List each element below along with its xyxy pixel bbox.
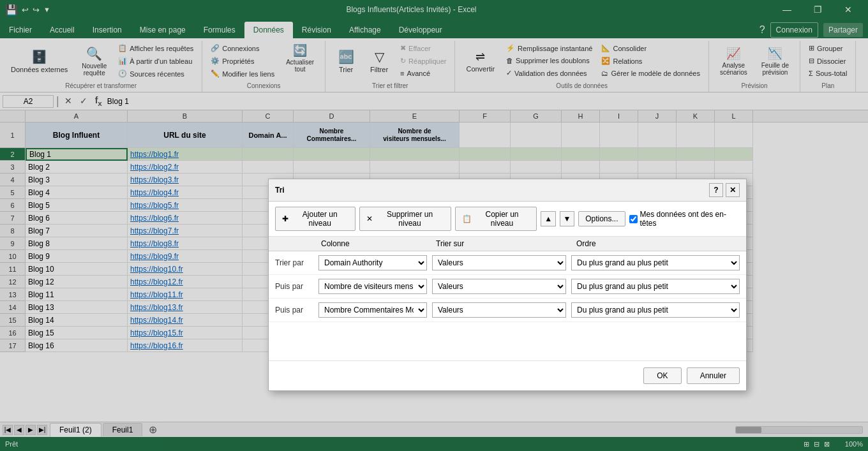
puis-par-label-2: Puis par — [275, 306, 313, 314]
sort-col-select-1[interactable]: Domain Authority Blog Influent URL du si… — [318, 255, 427, 270]
sort-dialog-spacer — [269, 322, 746, 352]
puis-par-label-1: Puis par — [275, 282, 313, 291]
col-label-header — [275, 239, 318, 248]
dialog-close-button[interactable]: ✕ — [726, 183, 740, 197]
sort-dialog: Tri ? ✕ ✚ Ajouter un niveau ✕ Supprimer … — [268, 179, 747, 352]
trier-par-label-1: Trier par — [275, 258, 313, 267]
remove-level-button[interactable]: ✕ Supprimer un niveau — [359, 207, 451, 231]
sort-header-row: Colonne Trier sur Ordre — [269, 237, 746, 251]
sort-on-select-2[interactable]: Valeurs Couleur de cellule Couleur de po… — [432, 279, 566, 294]
copy-level-button[interactable]: 📋 Copier un niveau — [455, 207, 537, 231]
trier-sur-header: Trier sur — [433, 239, 574, 248]
sort-row-2: Puis par Domain Authority Blog Influent … — [269, 275, 746, 299]
dialog-help-button[interactable]: ? — [709, 183, 723, 197]
colonne-header: Colonne — [318, 239, 433, 248]
add-icon: ✚ — [282, 214, 288, 223]
sort-col-select-3[interactable]: Domain Authority Blog Influent URL du si… — [318, 302, 427, 318]
sort-on-select-3[interactable]: Valeurs Couleur de cellule Couleur de po… — [432, 302, 566, 318]
sort-order-select-2[interactable]: Du plus grand au plus petit Du plus peti… — [571, 279, 740, 294]
sort-row-1: Trier par Domain Authority Blog Influent… — [269, 251, 746, 275]
sort-dialog-title-text: Tri — [275, 186, 285, 195]
ordre-header: Ordre — [574, 239, 740, 248]
remove-icon: ✕ — [366, 214, 373, 223]
dialog-title-buttons: ? ✕ — [709, 183, 740, 197]
sort-toolbar: ✚ Ajouter un niveau ✕ Supprimer un nivea… — [269, 202, 746, 237]
add-level-button[interactable]: ✚ Ajouter un niveau — [275, 207, 355, 231]
header-checkbox-label[interactable]: Mes données ont des en-têtes — [629, 210, 740, 228]
dialog-overlay: Tri ? ✕ ✚ Ajouter un niveau ✕ Supprimer … — [0, 0, 868, 352]
sort-order-select-3[interactable]: Du plus grand au plus petit Du plus peti… — [571, 302, 740, 318]
sort-col-select-2[interactable]: Domain Authority Blog Influent URL du si… — [318, 279, 427, 294]
sort-on-select-1[interactable]: Valeurs Couleur de cellule Couleur de po… — [432, 255, 566, 270]
sort-order-select-1[interactable]: Du plus grand au plus petit Du plus peti… — [571, 255, 740, 270]
move-down-button[interactable]: ▼ — [560, 211, 574, 226]
sort-row-3: Puis par Domain Authority Blog Influent … — [269, 299, 746, 322]
copy-icon: 📋 — [462, 214, 472, 223]
sort-dialog-title: Tri ? ✕ — [269, 179, 746, 202]
options-button[interactable]: Options... — [578, 211, 625, 226]
move-up-button[interactable]: ▲ — [541, 211, 555, 226]
header-checkbox[interactable] — [629, 215, 638, 223]
